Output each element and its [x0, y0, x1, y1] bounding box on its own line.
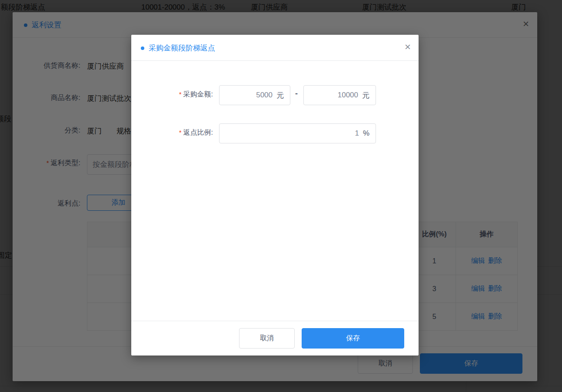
- rebate-ratio-unit: %: [363, 129, 369, 138]
- footer-divider: [131, 321, 419, 321]
- required-asterisk: *: [179, 129, 182, 136]
- purchase-amount-label: *采购金额:: [131, 90, 213, 99]
- tier-modal-title: 采购金额段阶梯返点: [141, 43, 215, 53]
- amount-from-unit: 元: [276, 90, 284, 100]
- range-separator: -: [293, 89, 300, 98]
- rebate-ratio-value: 1: [355, 129, 359, 138]
- rebate-ratio-input[interactable]: 1 %: [219, 123, 376, 143]
- title-bullet-icon: [141, 47, 144, 50]
- cancel-button[interactable]: 取消: [239, 328, 295, 349]
- close-icon[interactable]: ×: [405, 43, 411, 51]
- tier-modal-title-text: 采购金额段阶梯返点: [149, 43, 215, 53]
- amount-from-value: 5000: [256, 91, 273, 100]
- amount-from-input[interactable]: 5000 元: [219, 85, 290, 105]
- save-button[interactable]: 保存: [302, 328, 404, 349]
- tier-modal-header: 采购金额段阶梯返点 ×: [131, 35, 419, 61]
- amount-to-input[interactable]: 10000 元: [303, 85, 376, 105]
- tier-rebate-modal: 采购金额段阶梯返点 × *采购金额: 5000 元 - 10000 元 *返点比…: [131, 35, 419, 355]
- rebate-ratio-label: *返点比例:: [131, 128, 213, 137]
- required-asterisk: *: [179, 90, 182, 98]
- amount-to-unit: 元: [362, 90, 369, 100]
- amount-to-value: 10000: [338, 91, 358, 100]
